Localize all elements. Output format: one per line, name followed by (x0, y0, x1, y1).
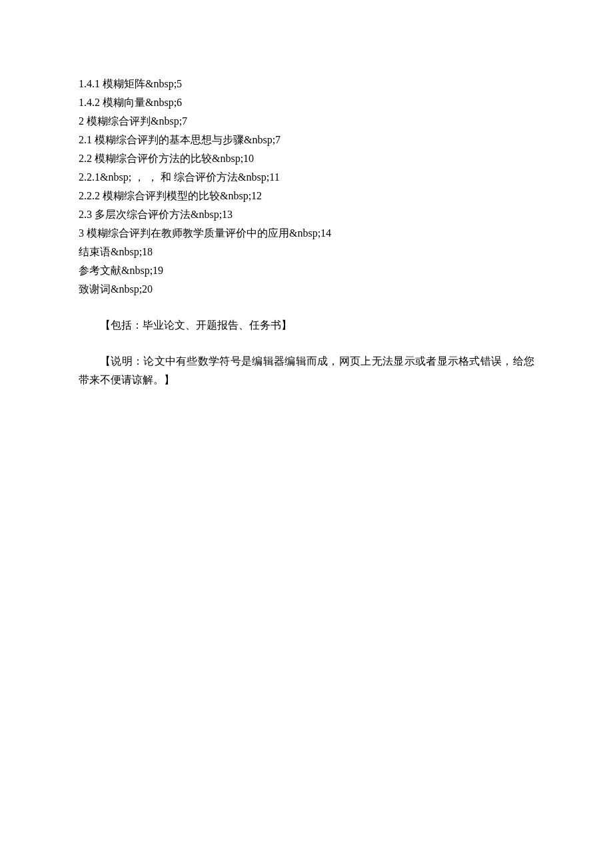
toc-entry: 2 模糊综合评判&nbsp;7 (79, 112, 534, 131)
note-paragraph: 【说明：论文中有些数学符号是编辑器编辑而成，网页上无法显示或者显示格式错误，给您… (79, 352, 534, 389)
toc-entry: 1.4.1 模糊矩阵&nbsp;5 (79, 75, 534, 93)
toc-entry: 2.2.1&nbsp; ， ， 和 综合评价方法&nbsp;11 (79, 168, 534, 187)
toc-entry: 3 模糊综合评判在教师教学质量评价中的应用&nbsp;14 (79, 224, 534, 243)
toc-entry: 2.1 模糊综合评判的基本思想与步骤&nbsp;7 (79, 131, 534, 149)
toc-entry: 结束语&nbsp;18 (79, 243, 534, 261)
toc-entry: 致谢词&nbsp;20 (79, 280, 534, 299)
includes-paragraph: 【包括：毕业论文、开题报告、任务书】 (79, 316, 534, 335)
toc-entry: 2.2.2 模糊综合评判模型的比较&nbsp;12 (79, 187, 534, 205)
toc-entry: 2.2 模糊综合评价方法的比较&nbsp;10 (79, 149, 534, 168)
table-of-contents: 1.4.1 模糊矩阵&nbsp;5 1.4.2 模糊向量&nbsp;6 2 模糊… (79, 75, 534, 299)
toc-entry: 2.3 多层次综合评价方法&nbsp;13 (79, 205, 534, 224)
toc-entry: 1.4.2 模糊向量&nbsp;6 (79, 93, 534, 112)
document-page: 1.4.1 模糊矩阵&nbsp;5 1.4.2 模糊向量&nbsp;6 2 模糊… (0, 0, 613, 389)
toc-entry: 参考文献&nbsp;19 (79, 261, 534, 280)
